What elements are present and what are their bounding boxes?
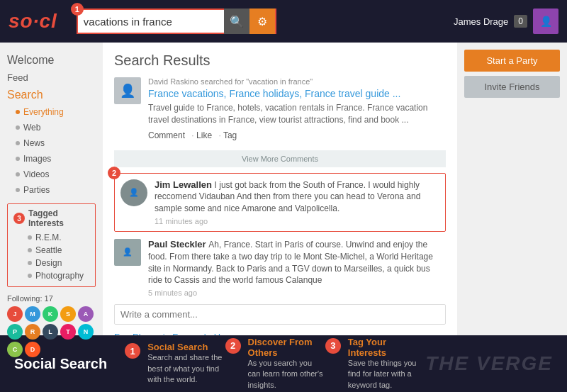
sidebar-item-images[interactable]: Images <box>16 151 96 167</box>
feature-2-badge: 2 <box>225 338 241 354</box>
comment-time-paul: 5 minutes ago <box>148 289 446 297</box>
user-section: James Drage 0 👤 <box>454 9 558 34</box>
sidebar-item-feed[interactable]: Feed <box>7 69 96 86</box>
tagged-item-rem[interactable]: R.E.M. <box>13 231 89 244</box>
fun-places-link[interactable]: Fun Places in France | eHow.com <box>114 332 252 335</box>
comment-action[interactable]: Comment <box>148 130 185 140</box>
tag-action[interactable]: Tag <box>223 130 237 140</box>
tagged-interests-box: 3 Tagged Interests R.E.M. Seattle Design… <box>7 203 96 287</box>
feature-2-text: Discover From Others As you search you c… <box>248 337 325 391</box>
tagged-interests-header: 3 Tagged Interests <box>13 208 89 228</box>
comment-author-jim: Jim Lewallen <box>155 179 212 190</box>
dot <box>16 172 20 177</box>
feature-2-title: Discover From Others <box>248 337 325 358</box>
comment-content-jim: Jim Lewallen I just got back from the So… <box>155 179 439 225</box>
feature-2-desc: As you search you can learn from other's… <box>248 358 325 391</box>
sidebar-item-search[interactable]: Search <box>7 86 96 104</box>
content-area: Search Results 👤 David Raskino searched … <box>103 43 457 335</box>
tagged-item-photography[interactable]: Photography <box>13 269 89 282</box>
search-input[interactable] <box>78 16 224 28</box>
invite-friends-button[interactable]: Invite Friends <box>464 76 560 98</box>
result-description: Travel guide to France, hotels, vacation… <box>148 102 446 126</box>
user-count: 0 <box>514 15 527 28</box>
feature-3-desc: Save the things you find for later with … <box>348 358 425 391</box>
start-party-button[interactable]: Start a Party <box>464 50 560 72</box>
page-title: Search Results <box>114 52 446 69</box>
dot <box>16 125 20 130</box>
search-badge: 1 <box>71 3 84 16</box>
sidebar-sub-items: Everything Web News Images Videos Partie… <box>7 104 96 198</box>
feature-3-title: Tag Your Interests <box>348 337 425 358</box>
following-avatars: J M K S A P R L T N C D <box>7 306 96 357</box>
logo-text: so·cl <box>9 10 57 32</box>
social-search-title: Social Search <box>14 356 107 372</box>
result-content: David Raskino searched for "vacation in … <box>148 77 446 140</box>
commenter-avatar-jim: 👤 <box>120 179 147 206</box>
sidebar-item-welcome[interactable]: Welcome <box>7 51 96 69</box>
result-link[interactable]: France vacations, France holidays, Franc… <box>148 88 400 99</box>
follow-avatar[interactable]: S <box>60 306 76 322</box>
comment-jim: 2 👤 Jim Lewallen I just got back from th… <box>114 173 446 232</box>
search-button[interactable]: 🔍 <box>224 9 249 34</box>
bottom-feature-1: 1 Social Search Search and share the bes… <box>125 342 225 385</box>
sidebar: Welcome Feed Search Everything Web News … <box>0 43 103 335</box>
follow-avatar[interactable]: J <box>7 306 23 322</box>
dot <box>28 235 32 240</box>
sidebar-item-videos[interactable]: Videos <box>16 167 96 182</box>
dot <box>16 141 20 145</box>
user-name: James Drage <box>454 16 508 27</box>
comment-author-paul: Paul Steckler <box>148 239 206 250</box>
bottom-feature-2: 2 Discover From Others As you search you… <box>225 337 325 391</box>
dot <box>28 261 32 265</box>
active-dot <box>16 110 20 114</box>
follow-avatar[interactable]: P <box>7 324 23 340</box>
like-action[interactable]: Like <box>196 130 212 140</box>
commenter-avatar-paul: 👤 <box>114 239 141 266</box>
comment-input[interactable] <box>114 304 446 325</box>
following-section: Following: 17 J M K S A P R L T N C D <box>7 294 96 357</box>
view-more-comments[interactable]: View More Comments <box>114 150 446 167</box>
result-user-action: David Raskino searched for "vacation in … <box>148 77 446 86</box>
result-actions: Comment · Like · Tag <box>148 130 446 140</box>
search-bar: 1 🔍 ⚙ <box>77 9 276 34</box>
sidebar-item-parties[interactable]: Parties <box>16 182 96 198</box>
follow-avatar[interactable]: L <box>43 324 58 340</box>
sidebar-item-web[interactable]: Web <box>16 120 96 135</box>
comment-badge-2: 2 <box>108 167 120 179</box>
follow-avatar[interactable]: A <box>78 306 94 322</box>
follow-avatar[interactable]: R <box>25 324 40 340</box>
dot <box>28 248 32 252</box>
comment-input-row <box>114 304 446 325</box>
comment-content-paul: Paul Steckler Ah, France. Start in Paris… <box>148 239 446 297</box>
tagged-item-seattle[interactable]: Seattle <box>13 244 89 257</box>
bottom-feature-3: 3 Tag Your Interests Save the things you… <box>325 337 425 391</box>
follow-avatar[interactable]: K <box>43 306 58 322</box>
main-layout: Welcome Feed Search Everything Web News … <box>0 43 567 335</box>
comment-paul: 👤 Paul Steckler Ah, France. Start in Par… <box>114 239 446 297</box>
feature-3-text: Tag Your Interests Save the things you f… <box>348 337 425 391</box>
follow-avatar[interactable]: T <box>60 324 76 340</box>
tagged-badge: 3 <box>13 213 25 224</box>
following-title: Following: 17 <box>7 294 96 303</box>
dot <box>16 188 20 192</box>
comment-time-jim: 11 minutes ago <box>155 217 439 225</box>
verge-watermark: THE VERGE <box>425 352 553 375</box>
feature-3-badge: 3 <box>325 338 341 354</box>
search-result-1: 👤 David Raskino searched for "vacation i… <box>114 77 446 140</box>
feature-1-desc: Search and share the best of what you fi… <box>147 352 225 385</box>
header: so·cl 1 🔍 ⚙ James Drage 0 👤 <box>0 0 567 43</box>
right-sidebar: Start a Party Invite Friends <box>457 43 567 335</box>
dot <box>28 274 32 278</box>
follow-avatar[interactable]: M <box>25 306 40 322</box>
tagged-item-design[interactable]: Design <box>13 257 89 269</box>
logo: so·cl <box>9 10 57 33</box>
feature-1-badge: 1 <box>125 343 140 359</box>
search-options-button[interactable]: ⚙ <box>249 9 275 34</box>
feature-1-title: Social Search <box>147 342 225 352</box>
follow-avatar[interactable]: N <box>78 324 94 340</box>
feature-1-text: Social Search Search and share the best … <box>147 342 225 385</box>
sidebar-item-news[interactable]: News <box>16 135 96 151</box>
sidebar-item-everything[interactable]: Everything <box>16 104 96 120</box>
result-header: 👤 David Raskino searched for "vacation i… <box>114 77 446 140</box>
avatar[interactable]: 👤 <box>533 9 558 34</box>
